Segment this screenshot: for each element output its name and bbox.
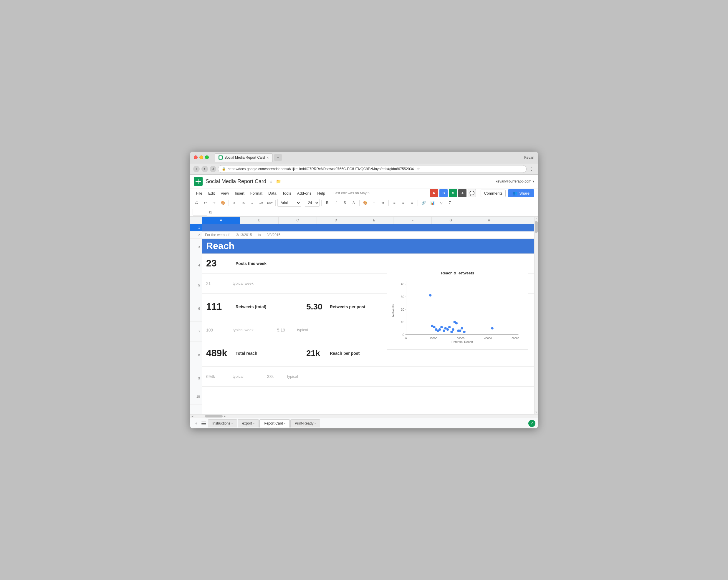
function-button[interactable]: Σ (446, 199, 454, 207)
row-num-6[interactable]: 6 (190, 295, 202, 322)
sheet-tab-print-ready[interactable]: Print-Ready ▾ (290, 419, 320, 427)
close-button[interactable] (194, 155, 198, 159)
active-tab[interactable]: Social Media Report Card ✕ (215, 153, 273, 162)
fill-color-button[interactable]: 🎨 (361, 199, 369, 207)
sheet-tab-instructions[interactable]: Instructions ▾ (208, 419, 237, 427)
fullscreen-button[interactable] (205, 155, 209, 159)
col-header-h[interactable]: H (470, 217, 508, 224)
menu-file[interactable]: File (194, 190, 205, 196)
addon-icon-dark[interactable]: A (458, 189, 467, 197)
col-header-a[interactable]: A (202, 217, 240, 224)
star-icon[interactable]: ☆ (269, 179, 273, 184)
bookmark-icon[interactable]: ☆ (417, 167, 420, 171)
sheet-list-button[interactable] (200, 420, 207, 427)
decimal-left-button[interactable]: .0 (248, 199, 256, 207)
col-header-b[interactable]: B (240, 217, 279, 224)
horizontal-scroll[interactable]: ◀ ▶ (190, 414, 538, 418)
borders-button[interactable]: ⊞ (370, 199, 378, 207)
col-header-g[interactable]: G (432, 217, 470, 224)
new-tab-button[interactable]: + (274, 154, 282, 161)
row-num-5[interactable]: 5 (190, 275, 202, 295)
ssl-lock-icon: 🔒 (222, 167, 226, 171)
logo-cell-1 (196, 179, 198, 181)
scroll-right-button[interactable]: ▶ (224, 415, 226, 418)
col-header-e[interactable]: E (355, 217, 393, 224)
font-size-selector[interactable]: 24 (305, 199, 319, 207)
document-title[interactable]: Social Media Report Card (206, 178, 266, 185)
menu-tools[interactable]: Tools (280, 190, 293, 196)
sheet-tab-export[interactable]: export ▾ (238, 419, 259, 427)
scroll-up-button[interactable]: ▲ (535, 217, 538, 220)
folder-icon[interactable]: 📁 (276, 179, 281, 184)
svg-text:Retweets: Retweets (392, 305, 395, 317)
strikethrough-button[interactable]: S (341, 199, 349, 207)
address-input[interactable]: 🔒 https://docs.google.com/spreadsheets/d… (218, 165, 526, 173)
browser-menu-icon[interactable]: ⋮ (528, 166, 535, 172)
row-1[interactable] (202, 224, 534, 231)
percent-button[interactable]: % (239, 199, 247, 207)
menu-edit[interactable]: Edit (206, 190, 217, 196)
sheet-tab-report-card[interactable]: Report Card ▾ (259, 419, 290, 427)
menu-data[interactable]: Data (266, 190, 279, 196)
align-left-button[interactable]: ≡ (390, 199, 398, 207)
link-button[interactable]: 🔗 (420, 199, 427, 207)
horizontal-scrollbar-thumb[interactable] (205, 415, 223, 418)
row-num-1[interactable]: 1 (190, 224, 202, 231)
font-selector[interactable]: Arial (278, 199, 301, 207)
align-center-button[interactable]: ≡ (399, 199, 407, 207)
menu-addons[interactable]: Add-ons (295, 190, 314, 196)
retweets-per-post-value: 5.30 (306, 302, 327, 312)
addon-icon-green[interactable]: G (449, 189, 457, 197)
svg-point-19 (429, 294, 432, 296)
scrollbar-thumb[interactable] (535, 221, 538, 233)
row-num-7[interactable]: 7 (190, 322, 202, 342)
row-num-2[interactable]: 2 (190, 231, 202, 239)
col-header-c[interactable]: C (279, 217, 317, 224)
redo-button[interactable]: ↪ (210, 199, 218, 207)
menu-format[interactable]: Format (248, 190, 265, 196)
filter-button[interactable]: ▽ (437, 199, 445, 207)
merge-button[interactable]: ⇔ (379, 199, 387, 207)
row-num-4[interactable]: 4 (190, 255, 202, 275)
col-header-d[interactable]: D (317, 217, 355, 224)
minimize-button[interactable] (199, 155, 203, 159)
refresh-button[interactable]: ↺ (210, 166, 216, 172)
decimal-right-button[interactable]: .00 (257, 199, 265, 207)
dollar-button[interactable]: $ (231, 199, 238, 207)
add-sheet-button[interactable]: + (192, 420, 200, 427)
menu-view[interactable]: View (218, 190, 231, 196)
row-num-8[interactable]: 8 (190, 342, 202, 368)
more-formats-button[interactable]: 123▾ (266, 199, 274, 207)
vertical-scrollbar[interactable]: ▲ ▼ (534, 217, 538, 414)
row-num-9[interactable]: 9 (190, 368, 202, 388)
paint-format-button[interactable]: 🎨 (219, 199, 227, 207)
tab-close-button[interactable]: ✕ (266, 156, 269, 159)
menu-help[interactable]: Help (315, 190, 328, 196)
insert-chart-button[interactable]: 📊 (428, 199, 436, 207)
comment-bubble-icon[interactable]: 💬 (468, 189, 476, 197)
scroll-down-button[interactable]: ▼ (535, 411, 538, 414)
col-header-i[interactable]: I (508, 217, 534, 224)
text-color-button[interactable]: A (350, 199, 358, 207)
comments-button[interactable]: Comments (480, 190, 506, 197)
bold-button[interactable]: B (323, 199, 331, 207)
title-bar: Social Media Report Card ✕ + Kevan (190, 152, 538, 163)
undo-button[interactable]: ↩ (202, 199, 209, 207)
addon-icon-red[interactable]: R (430, 189, 438, 197)
row-num-10[interactable]: 10 (190, 388, 202, 405)
menu-insert[interactable]: Insert (232, 190, 247, 196)
row-9-reach-typical: 694k typical 33k typical (202, 367, 534, 387)
row-num-3[interactable]: 3 (190, 239, 202, 255)
forward-button[interactable]: › (202, 166, 208, 172)
addon-icon-blue[interactable]: B (439, 189, 448, 197)
back-button[interactable]: ‹ (193, 166, 200, 172)
user-dropdown-icon[interactable]: ▾ (532, 179, 534, 183)
row-6-retweets: 111 Retweets (total) 5.30 Retweets per p… (202, 293, 534, 320)
italic-button[interactable]: I (332, 199, 340, 207)
cell-reference-input[interactable] (192, 209, 207, 215)
col-header-f[interactable]: F (393, 217, 432, 224)
print-button[interactable]: 🖨 (192, 199, 200, 207)
scroll-left-button[interactable]: ◀ (191, 415, 193, 418)
share-button[interactable]: 👥 Share (508, 189, 534, 197)
align-right-button[interactable]: ≡ (408, 199, 416, 207)
